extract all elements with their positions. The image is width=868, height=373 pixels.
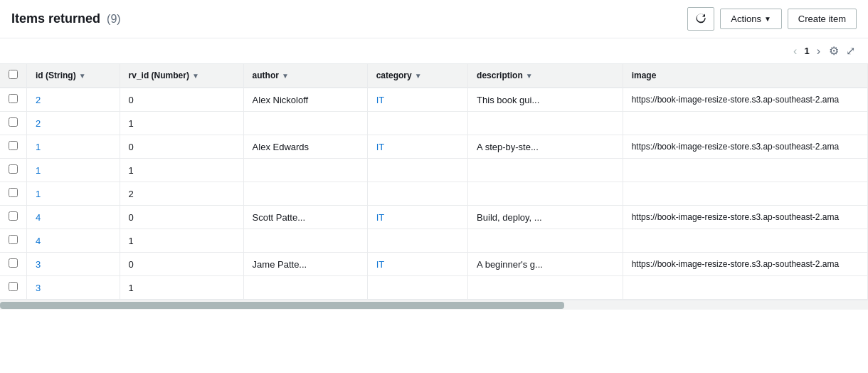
- id-link[interactable]: 1: [36, 142, 41, 152]
- select-all-checkbox[interactable]: [9, 70, 18, 79]
- category-link[interactable]: IT: [376, 142, 385, 152]
- create-item-button[interactable]: Create item: [788, 9, 857, 29]
- pagination-bar: ‹ 1 › ⚙ ⤢: [0, 38, 868, 64]
- id-link[interactable]: 1: [36, 165, 41, 176]
- id-link[interactable]: 3: [36, 259, 41, 270]
- cell-category: [367, 182, 467, 206]
- cell-image: https://book-image-resize-store.s3.ap-so…: [623, 135, 867, 159]
- row-checkbox[interactable]: [9, 282, 18, 291]
- actions-button[interactable]: Actions ▼: [720, 9, 782, 29]
- data-table: id (String) ▼ rv_id (Number) ▼ author ▼: [0, 64, 868, 300]
- cell-author: Scott Patte...: [243, 206, 367, 229]
- row-checkbox-cell: [0, 112, 27, 135]
- cell-rvid: 2: [120, 182, 243, 206]
- cell-image: [623, 112, 867, 135]
- item-count: (9): [107, 13, 121, 25]
- page-title: Items returned (9): [11, 11, 682, 26]
- row-checkbox[interactable]: [9, 235, 18, 244]
- cell-image: [623, 159, 867, 182]
- col-header-id[interactable]: id (String) ▼: [27, 64, 120, 88]
- cell-id: 3: [27, 253, 120, 276]
- refresh-icon: [695, 12, 706, 23]
- table-row: 20Alex NickoloffITThis book gui...https:…: [0, 88, 868, 112]
- row-checkbox[interactable]: [9, 211, 18, 221]
- col-header-description[interactable]: description ▼: [468, 64, 623, 88]
- cell-description: This book gui...: [468, 88, 623, 112]
- horizontal-scrollbar[interactable]: [0, 300, 868, 310]
- prev-page-button[interactable]: ‹: [790, 43, 800, 59]
- row-checkbox[interactable]: [9, 188, 18, 197]
- cell-image: [623, 229, 867, 253]
- category-link[interactable]: IT: [376, 95, 385, 105]
- sort-icon-category: ▼: [415, 72, 422, 80]
- cell-image: [623, 182, 867, 206]
- cell-category: [367, 159, 467, 182]
- row-checkbox-cell: [0, 276, 27, 300]
- cell-author: [243, 182, 367, 206]
- col-header-rvid[interactable]: rv_id (Number) ▼: [120, 64, 243, 88]
- actions-chevron-icon: ▼: [764, 15, 771, 23]
- cell-id: 2: [27, 88, 120, 112]
- cell-author: [243, 276, 367, 300]
- cell-description: [468, 276, 623, 300]
- cell-image: https://book-image-resize-store.s3.ap-so…: [623, 88, 867, 112]
- table-row: 41: [0, 229, 868, 253]
- id-link[interactable]: 2: [36, 95, 41, 105]
- cell-description: [468, 229, 623, 253]
- cell-rvid: 1: [120, 276, 243, 300]
- cell-category: IT: [367, 253, 467, 276]
- id-link[interactable]: 1: [36, 189, 41, 199]
- cell-rvid: 0: [120, 253, 243, 276]
- sort-icon-description: ▼: [526, 72, 533, 80]
- row-checkbox-cell: [0, 159, 27, 182]
- row-checkbox-cell: [0, 229, 27, 253]
- next-page-button[interactable]: ›: [814, 43, 823, 59]
- cell-category: IT: [367, 88, 467, 112]
- cell-description: Build, deploy, ...: [468, 206, 623, 229]
- table-row: 31: [0, 276, 868, 300]
- table-row: 11: [0, 159, 868, 182]
- id-link[interactable]: 4: [36, 236, 41, 246]
- row-checkbox[interactable]: [9, 164, 18, 174]
- row-checkbox-cell: [0, 135, 27, 159]
- row-checkbox[interactable]: [9, 258, 18, 268]
- cell-rvid: 1: [120, 229, 243, 253]
- cell-description: [468, 159, 623, 182]
- select-all-header[interactable]: [0, 64, 27, 88]
- id-link[interactable]: 4: [36, 212, 41, 223]
- id-link[interactable]: 3: [36, 283, 41, 293]
- cell-rvid: 1: [120, 159, 243, 182]
- refresh-button[interactable]: [687, 7, 714, 31]
- cell-image: https://book-image-resize-store.s3.ap-so…: [623, 253, 867, 276]
- category-link[interactable]: IT: [376, 212, 385, 223]
- table-row: 40Scott Patte...ITBuild, deploy, ...http…: [0, 206, 868, 229]
- row-checkbox[interactable]: [9, 141, 18, 150]
- cell-author: Alex Nickoloff: [243, 88, 367, 112]
- col-header-author[interactable]: author ▼: [243, 64, 367, 88]
- cell-id: 2: [27, 112, 120, 135]
- category-link[interactable]: IT: [376, 259, 385, 270]
- cell-rvid: 0: [120, 135, 243, 159]
- cell-id: 4: [27, 206, 120, 229]
- col-header-category[interactable]: category ▼: [367, 64, 467, 88]
- expand-icon[interactable]: ⤢: [845, 43, 857, 59]
- row-checkbox[interactable]: [9, 94, 18, 103]
- cell-rvid: 0: [120, 88, 243, 112]
- cell-id: 1: [27, 135, 120, 159]
- page-number: 1: [804, 46, 809, 56]
- id-link[interactable]: 2: [36, 118, 41, 129]
- table-container: id (String) ▼ rv_id (Number) ▼ author ▼: [0, 64, 868, 300]
- cell-id: 1: [27, 159, 120, 182]
- table-row: 30Jame Patte...ITA beginner's g...https:…: [0, 253, 868, 276]
- row-checkbox[interactable]: [9, 117, 18, 127]
- scrollbar-thumb[interactable]: [0, 302, 564, 309]
- table-settings-icon[interactable]: ⚙: [827, 43, 840, 59]
- sort-icon-id: ▼: [79, 72, 86, 80]
- cell-description: A beginner's g...: [468, 253, 623, 276]
- cell-category: IT: [367, 135, 467, 159]
- cell-description: A step-by-ste...: [468, 135, 623, 159]
- cell-category: [367, 229, 467, 253]
- toolbar: Items returned (9) Actions ▼ Create item: [0, 0, 868, 38]
- cell-image: https://book-image-resize-store.s3.ap-so…: [623, 206, 867, 229]
- sort-icon-rvid: ▼: [192, 72, 199, 80]
